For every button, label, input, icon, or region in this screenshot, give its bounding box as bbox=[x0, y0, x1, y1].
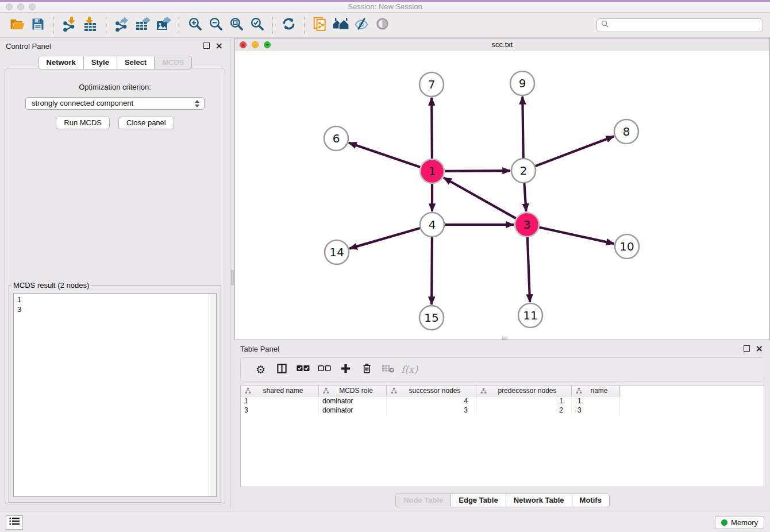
hide-view-button[interactable] bbox=[351, 15, 372, 36]
table-toolbar: ⚙ f(x) bbox=[240, 357, 764, 381]
edge-4-14[interactable] bbox=[349, 228, 421, 249]
zoom-fit-button[interactable] bbox=[226, 15, 247, 36]
panel-split-handle[interactable] bbox=[231, 270, 234, 285]
search-box[interactable] bbox=[596, 18, 763, 32]
tab-motifs[interactable]: Motifs bbox=[572, 494, 610, 507]
network-window-titlebar[interactable]: x – + scc.txt bbox=[235, 38, 769, 52]
tab-network-table[interactable]: Network Table bbox=[506, 494, 572, 507]
edge-2-8[interactable] bbox=[534, 136, 614, 167]
panel-columns-button[interactable] bbox=[271, 361, 292, 378]
float-panel-icon[interactable] bbox=[203, 43, 210, 49]
edge-1-7[interactable] bbox=[432, 98, 432, 160]
network-window-title: scc.txt bbox=[235, 38, 769, 51]
cell[interactable]: 3 bbox=[572, 406, 620, 415]
export-network-button[interactable] bbox=[111, 15, 132, 36]
cell[interactable]: 3 bbox=[241, 406, 319, 415]
select-stepper-icon bbox=[195, 99, 200, 108]
edge-3-11[interactable] bbox=[528, 236, 530, 302]
cell[interactable]: dominator bbox=[319, 406, 387, 415]
cell[interactable]: dominator bbox=[319, 396, 387, 406]
edge-2-3[interactable] bbox=[524, 182, 526, 211]
edge-1-6[interactable] bbox=[349, 142, 421, 167]
deselect-all-button[interactable] bbox=[314, 361, 335, 378]
table-row[interactable]: 3dominator323 bbox=[241, 406, 764, 415]
export-image-button[interactable] bbox=[153, 15, 174, 36]
cell[interactable]: 1 bbox=[476, 396, 572, 406]
table-panel-title: Table Panel bbox=[240, 345, 279, 353]
minimize-network-icon[interactable]: – bbox=[252, 41, 259, 48]
zoom-selected-button[interactable] bbox=[247, 15, 267, 36]
optimization-criterion-select[interactable]: strongly connected component bbox=[25, 97, 205, 110]
select-all-button[interactable] bbox=[292, 361, 314, 378]
column-header-shared-name[interactable]: shared name bbox=[241, 385, 319, 396]
mcds-result-list[interactable]: 13 bbox=[13, 293, 217, 497]
open-session-button[interactable] bbox=[7, 15, 28, 36]
cell[interactable]: 1 bbox=[572, 396, 620, 406]
memory-button[interactable]: Memory bbox=[715, 516, 764, 529]
tab-select[interactable]: Select bbox=[117, 56, 155, 70]
toolbar-separator bbox=[106, 17, 106, 34]
tab-edge-table[interactable]: Edge Table bbox=[451, 494, 506, 507]
table-settings-button[interactable]: ⚙ bbox=[250, 361, 271, 378]
home-button[interactable] bbox=[330, 15, 351, 36]
maximize-network-icon[interactable]: + bbox=[264, 41, 271, 48]
import-table-button[interactable] bbox=[80, 15, 101, 36]
save-session-button[interactable] bbox=[28, 15, 48, 36]
edge-3-1[interactable] bbox=[444, 178, 517, 219]
cell[interactable]: 3 bbox=[387, 406, 476, 415]
close-network-icon[interactable]: x bbox=[240, 41, 247, 48]
tab-mcds[interactable]: MCDS bbox=[154, 56, 192, 70]
node-label-11: 11 bbox=[523, 309, 537, 322]
tab-style[interactable]: Style bbox=[83, 56, 117, 70]
window-controls[interactable] bbox=[6, 3, 36, 10]
add-row-button[interactable] bbox=[335, 361, 356, 378]
edge-3-10[interactable] bbox=[538, 227, 614, 244]
network-canvas[interactable]: 1234678910111415 bbox=[235, 51, 769, 340]
run-mcds-button[interactable]: Run MCDS bbox=[56, 117, 110, 129]
column-header-name[interactable]: name bbox=[572, 385, 620, 396]
apply-layout-button[interactable] bbox=[278, 15, 299, 36]
node-label-9: 9 bbox=[519, 76, 526, 90]
column-header-MCDS-role[interactable]: MCDS role bbox=[319, 385, 387, 396]
edge-2-9[interactable] bbox=[522, 97, 523, 159]
unchecked-boxes-icon bbox=[317, 364, 332, 375]
tab-node-table[interactable]: Node Table bbox=[395, 494, 451, 507]
export-table-button[interactable] bbox=[132, 15, 153, 36]
delete-row-button[interactable] bbox=[356, 361, 378, 378]
mcds-tab-content: Optimization criterion: strongly connect… bbox=[5, 68, 225, 504]
cell[interactable]: 4 bbox=[387, 396, 476, 406]
cell[interactable]: 1 bbox=[241, 396, 319, 406]
table-header-row: shared nameMCDS rolesuccessor nodesprede… bbox=[241, 385, 621, 396]
zoom-out-button[interactable] bbox=[205, 15, 226, 36]
edge-1-2[interactable] bbox=[444, 171, 510, 171]
control-panel: Control Panel × NetworkStyleSelectMCDS O… bbox=[0, 38, 230, 508]
close-window-button[interactable] bbox=[6, 3, 13, 10]
function-builder-button[interactable]: f(x) bbox=[399, 361, 420, 378]
node-label-15: 15 bbox=[424, 311, 438, 325]
canvas-resize-handle[interactable] bbox=[502, 337, 507, 340]
search-input[interactable] bbox=[612, 20, 759, 30]
task-history-button[interactable] bbox=[6, 515, 23, 530]
cell[interactable]: 2 bbox=[476, 406, 572, 415]
node-label-7: 7 bbox=[428, 78, 436, 91]
zoom-in-button[interactable] bbox=[184, 15, 205, 36]
show-view-button[interactable] bbox=[372, 15, 392, 36]
edge-4-15[interactable] bbox=[432, 236, 432, 304]
clone-network-button[interactable] bbox=[310, 15, 330, 36]
destroy-table-button[interactable] bbox=[378, 361, 399, 378]
column-header-successor-nodes[interactable]: successor nodes bbox=[387, 385, 476, 396]
maximize-window-button[interactable] bbox=[29, 3, 36, 10]
close-panel-button[interactable]: Close panel bbox=[118, 117, 174, 129]
table-row[interactable]: 1dominator411 bbox=[241, 396, 764, 406]
tab-network[interactable]: Network bbox=[38, 56, 84, 70]
fx-icon: f(x) bbox=[401, 364, 418, 375]
column-header-predecessor-nodes[interactable]: predecessor nodes bbox=[476, 385, 572, 396]
close-panel-icon[interactable]: × bbox=[215, 43, 223, 49]
float-table-panel-icon[interactable] bbox=[744, 345, 750, 352]
minimize-window-button[interactable] bbox=[17, 3, 24, 10]
result-scrollbar[interactable] bbox=[209, 294, 216, 496]
import-network-button[interactable] bbox=[59, 15, 80, 36]
close-table-panel-icon[interactable]: × bbox=[756, 345, 763, 352]
export-table-icon bbox=[135, 17, 151, 34]
eye-slash-icon bbox=[354, 17, 369, 33]
